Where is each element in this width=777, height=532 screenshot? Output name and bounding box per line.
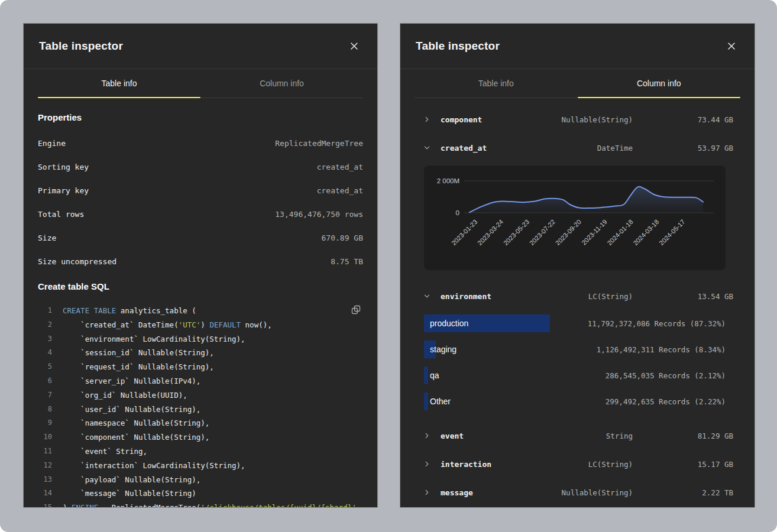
property-value: 8.75 TB [331, 257, 363, 266]
value-label: staging [430, 345, 457, 354]
sql-code-line: 6 `server_ip` Nullable(IPv4), [38, 374, 363, 388]
y-axis-max-label: 2 000M [437, 177, 459, 184]
line-number: 6 [38, 374, 52, 388]
chevron-down-icon [423, 144, 431, 152]
properties-heading: Properties [38, 110, 363, 125]
tab-table-info[interactable]: Table info [38, 69, 200, 98]
environment-values: production 11,792,372,086 Records (87.32… [400, 310, 755, 414]
x-axis-tick-label: 2023-07-22 [528, 218, 556, 246]
value-bar [424, 366, 428, 384]
chevron-down-icon [423, 292, 431, 300]
sql-code-block: 1CREATE TABLE analytics_table (2 `create… [38, 304, 363, 507]
column-row-component[interactable]: component Nullable(String) 73.44 GB [400, 105, 755, 134]
tab-column-info[interactable]: Column info [200, 69, 363, 98]
close-icon [727, 42, 736, 50]
modal-header: Table inspector [24, 24, 377, 69]
column-row-environment[interactable]: environment LC(String) 13.54 GB [400, 282, 755, 310]
sql-code-line: 14 `message` Nullable(String) [38, 486, 363, 501]
properties-list: Engine ReplicatedMergeTree Sorting key c… [38, 131, 363, 273]
value-row-staging: staging 1,126,492,311 Records (8.34%) [400, 336, 755, 362]
line-number: 12 [38, 459, 52, 473]
property-label: Total rows [38, 210, 84, 219]
table-info-content: Properties Engine ReplicatedMergeTree So… [24, 98, 377, 507]
sql-code-line: 5 `request_id` Nullable(String), [38, 360, 363, 374]
property-label: Engine [38, 139, 66, 148]
sql-code-line: 9 `namespace` Nullable(String), [38, 416, 363, 430]
sql-code-line: 7 `org_id` Nullable(UUID), [38, 388, 363, 403]
modal-header: Table inspector [400, 24, 755, 69]
line-number: 2 [38, 318, 52, 332]
tab-bar: Table info Column info [38, 69, 363, 98]
column-list: component Nullable(String) 73.44 GB crea… [400, 98, 755, 507]
line-number: 11 [38, 445, 52, 459]
sql-code-line: 12 `interaction` LowCardinality(String), [38, 459, 363, 473]
column-type: LC(String) [538, 292, 633, 301]
expand-toggle[interactable] [423, 115, 441, 124]
column-row-event[interactable]: event String 81.29 GB [400, 421, 755, 450]
created-at-chart-card: 2 000M 0 2023-01-232023-03-242023-05-232… [424, 166, 726, 270]
value-label: qa [430, 371, 439, 380]
column-type: String [538, 432, 633, 440]
tab-table-info[interactable]: Table info [415, 69, 578, 98]
sql-code-line: 13 `payload` Nullable(String), [38, 473, 363, 487]
value-row-Other: Other 299,492,635 Records (2.22%) [400, 388, 755, 414]
column-type: Nullable(String) [538, 115, 633, 124]
x-axis-tick-label: 2023-11-19 [580, 218, 608, 246]
expand-toggle[interactable] [423, 144, 441, 152]
property-label: Size [38, 233, 56, 242]
x-axis-tick-label: 2024-01-18 [606, 218, 634, 246]
expand-toggle[interactable] [423, 488, 441, 497]
column-size: 2.22 TB [633, 488, 733, 497]
sql-code-line: 8 `user_id` Nullable(String), [38, 403, 363, 417]
x-axis-tick-label: 2024-03-18 [632, 218, 660, 246]
sql-code-line: 1CREATE TABLE analytics_table ( [38, 304, 363, 318]
property-label: Primary key [38, 186, 89, 195]
property-value: created_at [317, 186, 363, 195]
property-label: Size uncompressed [38, 257, 116, 266]
expand-toggle[interactable] [423, 432, 441, 440]
property-value: ReplicatedMergeTree [275, 139, 363, 148]
column-size: 13.54 GB [633, 292, 733, 301]
table-inspector-modal-table-info: Table inspector Table info Column info P… [24, 24, 377, 507]
tab-bar: Table info Column info [415, 69, 740, 98]
created-at-area-chart: 2 000M 0 2023-01-232023-03-242023-05-232… [424, 166, 726, 270]
column-name: message [441, 488, 538, 497]
close-button[interactable] [347, 38, 362, 54]
close-button[interactable] [724, 38, 739, 54]
column-name: created_at [441, 144, 538, 153]
expand-toggle[interactable] [423, 460, 441, 468]
line-number: 15 [38, 501, 52, 507]
x-axis-tick-label: 2024-05-17 [658, 218, 686, 246]
value-bar [424, 392, 428, 410]
modal-title: Table inspector [39, 40, 123, 53]
column-size: 73.44 GB [633, 115, 733, 124]
column-row-interaction[interactable]: interaction LC(String) 15.17 GB [400, 450, 755, 478]
line-number: 8 [38, 403, 52, 417]
x-axis-tick-label: 2023-03-24 [476, 218, 504, 246]
copy-sql-button[interactable] [351, 305, 361, 316]
column-size: 53.97 GB [633, 144, 733, 153]
modal-title: Table inspector [416, 40, 500, 53]
line-number: 1 [38, 304, 52, 318]
property-row: Engine ReplicatedMergeTree [38, 131, 363, 155]
column-name: environment [441, 292, 538, 301]
property-row: Primary key created_at [38, 179, 363, 202]
column-size: 81.29 GB [633, 432, 733, 440]
chevron-right-icon [423, 432, 431, 440]
x-axis-tick-label: 2023-01-23 [450, 218, 478, 246]
x-axis-tick-label: 2023-05-23 [502, 218, 530, 246]
property-value: created_at [317, 163, 363, 171]
tab-column-info[interactable]: Column info [578, 69, 741, 98]
column-row-created_at[interactable]: created_at DateTime 53.97 GB [400, 134, 755, 162]
value-label: production [430, 319, 468, 328]
page-background: Table inspector Table info Column info P… [0, 0, 777, 532]
value-label: Other [430, 397, 451, 406]
column-row-message[interactable]: message Nullable(String) 2.22 TB [400, 478, 755, 507]
column-name: event [441, 432, 538, 440]
property-label: Sorting key [38, 163, 89, 171]
column-name: interaction [441, 460, 538, 469]
expand-toggle[interactable] [423, 292, 441, 300]
sql-code-line: 3 `environment` LowCardinality(String), [38, 332, 363, 346]
chevron-right-icon [423, 115, 431, 124]
line-number: 13 [38, 473, 52, 487]
